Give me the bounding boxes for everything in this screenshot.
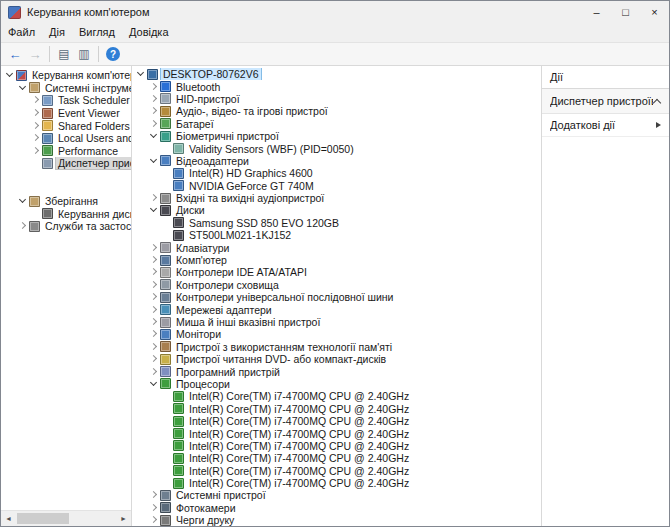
device-tree-row[interactable]: Контролери IDE ATA/ATAPI <box>132 266 541 278</box>
console-tree-row[interactable]: Local Users and Groups <box>1 132 131 145</box>
chevron-collapsed-icon[interactable] <box>149 341 159 353</box>
device-tree-row[interactable]: Мережеві адаптери <box>132 303 541 315</box>
chevron-collapsed-icon[interactable] <box>149 105 159 117</box>
chevron-collapsed-icon[interactable] <box>149 242 159 254</box>
close-button[interactable]: × <box>640 1 669 23</box>
console-tree-row[interactable]: Диспетчер пристроїв <box>1 157 131 170</box>
chevron-expanded-icon[interactable] <box>149 130 159 142</box>
export-list-icon[interactable]: ▥ <box>74 44 94 64</box>
device-tree-row[interactable]: NVIDIA GeForce GT 740M <box>132 180 541 192</box>
device-tree-row[interactable]: Батареї <box>132 118 541 130</box>
chevron-collapsed-icon[interactable] <box>149 366 159 378</box>
device-tree-row[interactable]: Контролери сховища <box>132 279 541 291</box>
device-tree-row[interactable]: Процесори <box>132 378 541 390</box>
collapse-icon[interactable] <box>653 97 661 105</box>
device-tree-row[interactable]: Intel(R) Core(TM) i7-4700MQ CPU @ 2.40GH… <box>132 390 541 402</box>
device-tree-row[interactable]: Пристрої читання DVD- або компакт-дисків <box>132 353 541 365</box>
back-icon[interactable]: ← <box>5 44 25 64</box>
chevron-collapsed-icon[interactable] <box>149 514 159 526</box>
expand-icon[interactable] <box>656 122 661 128</box>
scroll-right-icon[interactable]: ► <box>116 511 131 526</box>
console-tree-row[interactable]: Task Scheduler <box>1 94 131 107</box>
actions-more-actions[interactable]: Додаткові дії <box>542 114 669 137</box>
chevron-collapsed-icon[interactable] <box>31 107 41 119</box>
chevron-collapsed-icon[interactable] <box>149 118 159 130</box>
device-tree-row[interactable]: Bluetooth <box>132 80 541 92</box>
device-tree-row[interactable]: Диски <box>132 204 541 216</box>
device-tree-row[interactable]: HID-пристрої <box>132 93 541 105</box>
device-tree-row[interactable]: Samsung SSD 850 EVO 120GB <box>132 217 541 229</box>
chevron-expanded-icon[interactable] <box>136 68 146 80</box>
console-tree-row[interactable]: Performance <box>1 145 131 158</box>
device-tree-row[interactable]: Клавіатури <box>132 241 541 253</box>
device-tree-row[interactable]: Черги друку <box>132 514 541 526</box>
chevron-collapsed-icon[interactable] <box>149 279 159 291</box>
chevron-expanded-icon[interactable] <box>18 195 28 207</box>
chevron-collapsed-icon[interactable] <box>149 81 159 93</box>
console-tree-row[interactable]: Керування комп'ютером (лок <box>1 69 131 82</box>
menu-file[interactable]: Файл <box>1 23 42 42</box>
device-tree-row[interactable]: Intel(R) Core(TM) i7-4700MQ CPU @ 2.40GH… <box>132 427 541 439</box>
chevron-collapsed-icon[interactable] <box>149 254 159 266</box>
horizontal-scrollbar[interactable]: ◄ ► <box>1 510 131 526</box>
chevron-collapsed-icon[interactable] <box>149 489 159 501</box>
device-tree-row[interactable]: Intel(R) HD Graphics 4600 <box>132 167 541 179</box>
menu-view[interactable]: Вигляд <box>72 23 122 42</box>
chevron-expanded-icon[interactable] <box>149 204 159 216</box>
device-tree-row[interactable]: Миша й інші вказівні пристрої <box>132 316 541 328</box>
chevron-expanded-icon[interactable] <box>5 69 15 81</box>
console-tree-row[interactable]: Event Viewer <box>1 107 131 120</box>
chevron-collapsed-icon[interactable] <box>31 120 41 132</box>
console-tree-icon[interactable]: ▤ <box>54 44 74 64</box>
device-tree-row[interactable]: Вхідні та вихідні аудіопристрої <box>132 192 541 204</box>
minimize-button[interactable]: – <box>582 1 611 23</box>
chevron-collapsed-icon[interactable] <box>149 192 159 204</box>
console-tree-row[interactable]: Зберігання <box>1 195 131 208</box>
device-tree-row[interactable]: Фотокамери <box>132 502 541 514</box>
chevron-collapsed-icon[interactable] <box>149 328 159 340</box>
device-tree-row[interactable]: Пристрої з використанням технології пам'… <box>132 341 541 353</box>
device-tree-row[interactable]: Intel(R) Core(TM) i7-4700MQ CPU @ 2.40GH… <box>132 452 541 464</box>
chevron-collapsed-icon[interactable] <box>149 316 159 328</box>
chevron-collapsed-icon[interactable] <box>18 220 28 232</box>
device-tree-row[interactable]: Біометричні пристрої <box>132 130 541 142</box>
maximize-button[interactable]: □ <box>611 1 640 23</box>
chevron-collapsed-icon[interactable] <box>31 145 41 157</box>
device-tree-row[interactable]: Intel(R) Core(TM) i7-4700MQ CPU @ 2.40GH… <box>132 440 541 452</box>
help-icon[interactable]: ? <box>106 47 120 61</box>
scrollbar-thumb[interactable] <box>17 513 69 524</box>
menu-action[interactable]: Дія <box>42 23 72 42</box>
device-tree-row[interactable]: Intel(R) Core(TM) i7-4700MQ CPU @ 2.40GH… <box>132 477 541 489</box>
device-tree-row[interactable]: Монітори <box>132 328 541 340</box>
chevron-collapsed-icon[interactable] <box>149 502 159 514</box>
menu-help[interactable]: Довідка <box>122 23 176 42</box>
device-tree-row[interactable]: Intel(R) Core(TM) i7-4700MQ CPU @ 2.40GH… <box>132 465 541 477</box>
chevron-collapsed-icon[interactable] <box>149 353 159 365</box>
device-tree-row[interactable]: Контролери універсальної послідовної шин… <box>132 291 541 303</box>
chevron-collapsed-icon[interactable] <box>149 266 159 278</box>
chevron-collapsed-icon[interactable] <box>31 132 41 144</box>
device-tree-row[interactable]: DESKTOP-80762V6 <box>132 68 541 80</box>
device-tree-row[interactable]: ST500LM021-1KJ152 <box>132 229 541 241</box>
device-tree-row[interactable]: Intel(R) Core(TM) i7-4700MQ CPU @ 2.40GH… <box>132 403 541 415</box>
actions-section-device-manager[interactable]: Диспетчер пристроїв <box>542 89 669 114</box>
chevron-expanded-icon[interactable] <box>149 378 159 390</box>
device-tree-row[interactable]: Системні пристрої <box>132 489 541 501</box>
chevron-collapsed-icon[interactable] <box>149 304 159 316</box>
chevron-collapsed-icon[interactable] <box>149 291 159 303</box>
scroll-left-icon[interactable]: ◄ <box>1 511 16 526</box>
chevron-collapsed-icon[interactable] <box>31 94 41 106</box>
console-tree-row[interactable]: Системні інструменти <box>1 82 131 95</box>
chevron-collapsed-icon[interactable] <box>149 93 159 105</box>
device-tree-row[interactable]: Комп'ютер <box>132 254 541 266</box>
device-tree-row[interactable]: Validity Sensors (WBF) (PID=0050) <box>132 142 541 154</box>
console-tree-row[interactable]: Shared Folders <box>1 119 131 132</box>
device-tree-row[interactable]: Програмний пристрій <box>132 365 541 377</box>
device-tree-row[interactable]: Відеоадаптери <box>132 155 541 167</box>
console-tree-row[interactable]: Керування дисками <box>1 207 131 220</box>
chevron-expanded-icon[interactable] <box>18 82 28 94</box>
device-tree-row[interactable]: Аудіо-, відео- та ігрові пристрої <box>132 105 541 117</box>
device-tree-row[interactable]: Intel(R) Core(TM) i7-4700MQ CPU @ 2.40GH… <box>132 415 541 427</box>
console-tree-row[interactable]: Служби та застосунки <box>1 220 131 233</box>
chevron-expanded-icon[interactable] <box>149 155 159 167</box>
